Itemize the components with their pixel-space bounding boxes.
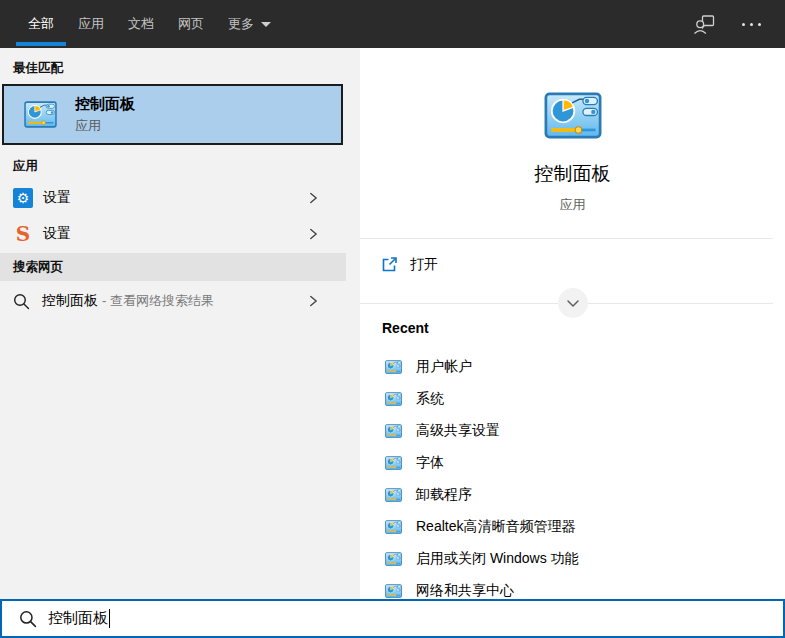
search-query-text: 控制面板 (48, 609, 108, 628)
control-panel-icon (385, 520, 402, 534)
control-panel-icon (385, 456, 402, 470)
app-title: 控制面板 (360, 161, 785, 187)
recent-item-fonts[interactable]: 字体 (360, 447, 785, 479)
tab-more[interactable]: 更多 (216, 0, 283, 48)
control-panel-icon (385, 424, 402, 438)
recent-item-uninstall-program[interactable]: 卸载程序 (360, 479, 785, 511)
search-icon (19, 610, 37, 628)
recent-header: Recent (382, 320, 429, 336)
open-external-icon (381, 256, 398, 273)
text-cursor (109, 609, 110, 628)
control-panel-icon (24, 101, 57, 128)
feedback-user-button[interactable] (693, 13, 716, 36)
best-match-subtitle: 应用 (75, 117, 135, 135)
recent-item-user-accounts[interactable]: 用户帐户 (360, 351, 785, 383)
search-input[interactable]: 控制面板 (0, 599, 785, 638)
web-search-result[interactable]: 控制面板 - 查看网络搜索结果 (0, 281, 346, 321)
control-panel-icon-large (544, 92, 602, 139)
app-subtitle: 应用 (360, 196, 785, 214)
ellipsis-icon (742, 23, 761, 26)
search-icon (13, 293, 30, 310)
chevron-right-icon[interactable] (309, 192, 318, 205)
app-result-settings-2[interactable]: S 设置 (0, 216, 346, 252)
best-match-item-control-panel[interactable]: 控制面板 应用 (2, 84, 343, 145)
chevron-down-icon (562, 292, 584, 314)
web-section-header: 搜索网页 (0, 253, 346, 281)
control-panel-icon (385, 584, 402, 598)
more-options-button[interactable] (742, 23, 761, 26)
tab-all[interactable]: 全部 (16, 0, 66, 48)
divider (360, 238, 773, 239)
settings-gear-icon: ⚙ (13, 188, 33, 208)
control-panel-icon (385, 488, 402, 502)
orange-s-icon: S (13, 224, 33, 244)
collapse-panel-button[interactable] (558, 288, 588, 318)
control-panel-icon (385, 552, 402, 566)
preview-panel: 控制面板 应用 打开 Recent 用户帐户 系统 高级共享设置 (360, 48, 785, 599)
recent-item-system[interactable]: 系统 (360, 383, 785, 415)
best-match-header: 最佳匹配 (13, 60, 63, 77)
chevron-right-icon[interactable] (309, 295, 318, 308)
search-results-panel: 最佳匹配 控制面板 应用 应用 ⚙ 设置 S 设置 搜索网页 控制面板 - 查看… (0, 48, 360, 599)
recent-list: 用户帐户 系统 高级共享设置 字体 卸载程序 Realtek高清晰音频管理器 启… (360, 351, 785, 607)
chevron-right-icon[interactable] (309, 228, 318, 241)
recent-item-realtek-audio[interactable]: Realtek高清晰音频管理器 (360, 511, 785, 543)
apps-section-header: 应用 (13, 158, 38, 175)
control-panel-icon (385, 392, 402, 406)
person-speech-bubble-icon (693, 13, 716, 36)
search-filter-bar: 全部 应用 文档 网页 更多 (0, 0, 785, 48)
recent-item-windows-features[interactable]: 启用或关闭 Windows 功能 (360, 543, 785, 575)
app-hero: 控制面板 应用 (360, 48, 785, 214)
dropdown-caret-icon (261, 22, 271, 27)
tab-apps[interactable]: 应用 (66, 0, 116, 48)
tab-web[interactable]: 网页 (166, 0, 216, 48)
recent-item-advanced-sharing[interactable]: 高级共享设置 (360, 415, 785, 447)
app-result-settings[interactable]: ⚙ 设置 (0, 180, 346, 216)
tab-documents[interactable]: 文档 (116, 0, 166, 48)
open-action[interactable]: 打开 (360, 248, 773, 281)
control-panel-icon (385, 360, 402, 374)
best-match-title: 控制面板 (75, 95, 135, 114)
